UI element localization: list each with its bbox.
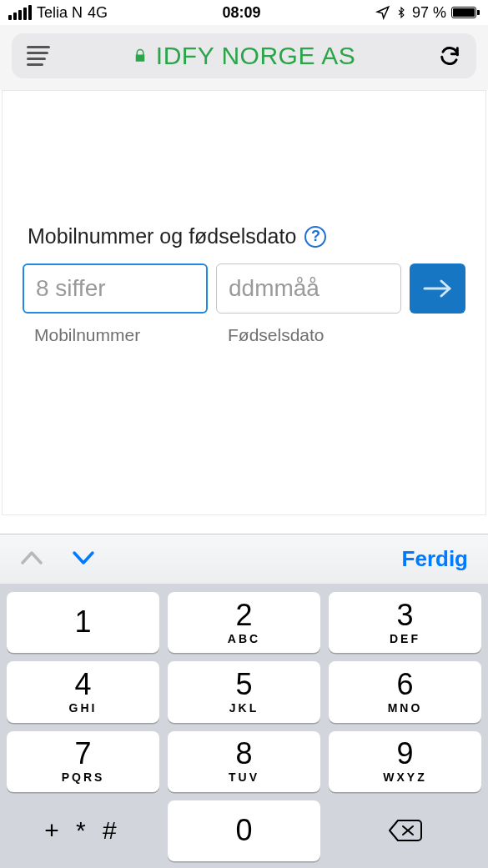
network-type-label: 4G — [88, 4, 108, 22]
keyboard-accessory-bar: Ferdig — [0, 534, 488, 584]
mobile-number-label: Mobilnummer — [23, 325, 208, 345]
lock-icon — [133, 48, 148, 64]
key-1[interactable]: 1 — [7, 592, 159, 653]
key-4[interactable]: 4GHI — [7, 661, 159, 722]
birthdate-label: Fødselsdato — [216, 325, 401, 345]
page-content: Mobilnummer og fødselsdato ? Mobilnummer… — [2, 90, 486, 515]
site-title: IDFY NORGE AS — [156, 42, 355, 70]
chevron-down-icon — [72, 549, 95, 567]
mobile-number-input[interactable] — [23, 263, 208, 314]
birthdate-input[interactable] — [216, 263, 401, 314]
key-symbols[interactable]: + * # — [7, 800, 159, 861]
chevron-up-icon — [20, 549, 43, 567]
key-0[interactable]: 0 — [168, 800, 320, 861]
signal-strength-icon — [8, 5, 32, 20]
browser-toolbar: IDFY NORGE AS — [0, 25, 488, 90]
arrow-right-icon — [423, 278, 453, 299]
reader-menu-icon[interactable] — [27, 46, 50, 66]
battery-icon — [451, 7, 480, 18]
status-bar: Telia N 4G 08:09 97 % — [0, 0, 488, 25]
status-right: 97 % — [375, 4, 480, 22]
next-field-button[interactable] — [72, 549, 95, 569]
key-5[interactable]: 5JKL — [168, 661, 320, 722]
help-icon[interactable]: ? — [304, 226, 326, 248]
battery-percent-label: 97 % — [412, 4, 446, 22]
site-identity: IDFY NORGE AS — [133, 42, 355, 70]
location-icon — [375, 5, 390, 20]
keyboard-done-button[interactable]: Ferdig — [402, 546, 468, 572]
clock: 08:09 — [222, 4, 260, 22]
numeric-keypad: 1 2ABC 3DEF 4GHI 5JKL 6MNO 7PQRS 8TUV 9W… — [0, 584, 488, 868]
key-9[interactable]: 9WXYZ — [329, 731, 481, 792]
key-8[interactable]: 8TUV — [168, 731, 320, 792]
status-left: Telia N 4G — [8, 4, 108, 22]
key-6[interactable]: 6MNO — [329, 661, 481, 722]
carrier-label: Telia N — [37, 4, 83, 22]
form-heading: Mobilnummer og fødselsdato — [28, 224, 296, 248]
submit-button[interactable] — [410, 263, 465, 314]
key-backspace[interactable] — [329, 800, 481, 861]
backspace-icon — [388, 818, 423, 843]
address-bar[interactable]: IDFY NORGE AS — [12, 33, 476, 78]
bluetooth-icon — [395, 4, 407, 21]
key-2[interactable]: 2ABC — [168, 592, 320, 653]
key-3[interactable]: 3DEF — [329, 592, 481, 653]
previous-field-button — [20, 549, 43, 569]
reload-icon[interactable] — [438, 44, 461, 68]
key-7[interactable]: 7PQRS — [7, 731, 159, 792]
